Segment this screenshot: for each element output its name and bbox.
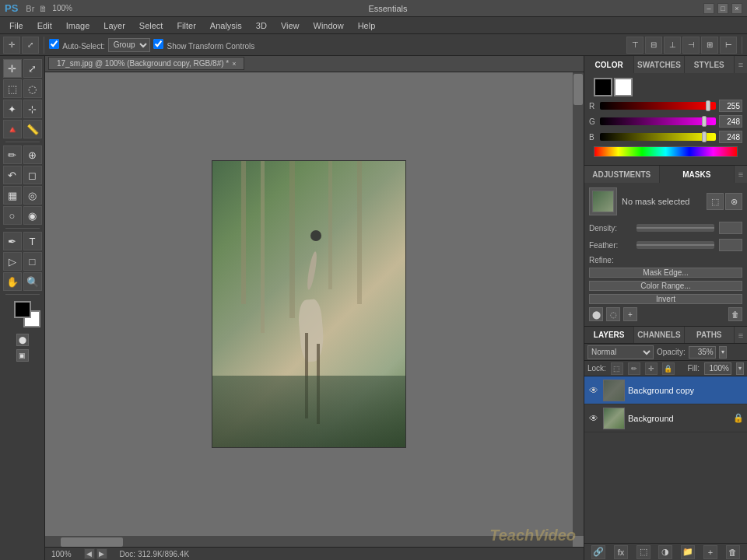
auto-select-checkbox[interactable] [49, 39, 59, 49]
lock-position-button[interactable]: ✛ [645, 362, 658, 375]
horizontal-scrollbar[interactable] [45, 536, 573, 547]
tab-swatches[interactable]: SWATCHES [634, 56, 684, 73]
artboard-tool-icon[interactable]: ⤢ [23, 59, 42, 78]
density-value[interactable] [719, 222, 742, 234]
tab-masks[interactable]: MASKS [660, 166, 735, 183]
color-spectrum-strip[interactable] [594, 146, 738, 157]
screen-mode-icon[interactable]: ▣ [16, 349, 29, 362]
align-vcenter-button[interactable]: ⊟ [645, 37, 662, 54]
layer-new-button[interactable]: + [703, 545, 717, 559]
lock-pixels-button[interactable]: ✏ [628, 362, 640, 375]
align-top-button[interactable]: ⊤ [626, 37, 644, 54]
blur-tool-icon[interactable]: ◎ [23, 186, 42, 205]
magic-wand-icon[interactable]: ✦ [3, 100, 22, 118]
adj-panel-menu-icon[interactable]: ≡ [735, 166, 747, 183]
lock-all-button[interactable]: 🔒 [662, 362, 675, 375]
layers-panel-menu-icon[interactable]: ≡ [735, 327, 747, 343]
br-icon[interactable]: Br [26, 4, 34, 13]
layer-item-background-copy[interactable]: 👁 Background copy [584, 376, 747, 404]
layer-group-button[interactable]: 📁 [681, 545, 695, 559]
layer-fx-button[interactable]: fx [614, 545, 628, 559]
menu-select[interactable]: Select [133, 19, 170, 32]
move-tool-icon[interactable]: ✛ [3, 59, 22, 78]
tab-paths[interactable]: PATHS [685, 327, 735, 343]
layer-visibility-background[interactable]: 👁 [587, 412, 600, 425]
b-slider[interactable] [600, 133, 716, 141]
menu-file[interactable]: File [3, 19, 30, 32]
path-select-icon[interactable]: ▷ [3, 252, 22, 271]
doc-tab-close[interactable]: × [232, 60, 236, 68]
color-range-button[interactable]: Color Range... [589, 281, 742, 291]
lasso-tool-icon[interactable]: ◌ [23, 79, 42, 98]
add-vector-mask-button[interactable]: ⊗ [725, 193, 742, 210]
menu-analysis[interactable]: Analysis [204, 19, 248, 32]
blend-mode-dropdown[interactable]: Normal Multiply Screen Overlay [587, 345, 654, 359]
nav-prev-button[interactable]: ◀ [84, 548, 95, 559]
fill-arrow-button[interactable]: ▾ [736, 362, 744, 375]
color-panel-menu-icon[interactable]: ≡ [735, 56, 747, 73]
adj-icon-3[interactable]: + [623, 307, 637, 321]
adj-trash-icon[interactable]: 🗑 [728, 307, 742, 321]
transform-controls-checkbox[interactable] [153, 39, 163, 49]
brush-tool-icon[interactable]: ✏ [3, 145, 22, 164]
lock-transparent-button[interactable]: ⬚ [611, 362, 623, 375]
tab-layers[interactable]: LAYERS [584, 327, 634, 343]
clone-tool-icon[interactable]: ⊕ [23, 145, 42, 164]
tab-color[interactable]: COLOR [584, 56, 634, 73]
adj-icon-2[interactable]: ◌ [606, 307, 620, 321]
fill-input[interactable] [704, 362, 731, 375]
r-slider[interactable] [600, 102, 716, 110]
type-tool-icon[interactable]: T [23, 232, 42, 250]
invert-button[interactable]: Invert [589, 294, 742, 304]
feather-value[interactable] [719, 239, 742, 251]
bg-swatch[interactable] [614, 78, 633, 96]
burn-tool-icon[interactable]: ◉ [23, 206, 42, 225]
adj-icon-1[interactable]: ⬤ [589, 307, 603, 321]
eyedropper-icon[interactable]: 🔺 [3, 120, 22, 138]
density-slider[interactable] [637, 224, 714, 232]
menu-view[interactable]: View [275, 19, 306, 32]
tab-channels[interactable]: CHANNELS [634, 327, 684, 343]
pen-tool-icon[interactable]: ✒ [3, 232, 22, 250]
ruler-icon[interactable]: 📏 [23, 120, 42, 138]
b-value[interactable] [719, 131, 742, 143]
maximize-button[interactable]: □ [717, 3, 728, 14]
tab-adjustments[interactable]: ADJUSTMENTS [584, 166, 660, 183]
fg-swatch[interactable] [594, 78, 612, 96]
auto-select-dropdown[interactable]: Group Layer [108, 38, 150, 52]
zoom-tool-icon[interactable]: 🔍 [23, 272, 42, 291]
layer-adjustment-button[interactable]: ◑ [658, 545, 672, 559]
gradient-tool-icon[interactable]: ▦ [3, 186, 22, 205]
add-pixel-mask-button[interactable]: ⬚ [707, 193, 724, 210]
shape-tool-icon[interactable]: □ [23, 252, 42, 271]
layer-link-button[interactable]: 🔗 [591, 545, 605, 559]
hand-tool-icon[interactable]: ✋ [3, 272, 22, 291]
g-value[interactable] [719, 115, 742, 128]
opacity-arrow-button[interactable]: ▾ [719, 346, 727, 359]
essentials-label[interactable]: Essentials [368, 4, 407, 13]
g-slider[interactable] [600, 117, 716, 125]
quick-mask-icon[interactable]: ⬤ [16, 334, 29, 346]
close-button[interactable]: × [731, 3, 742, 14]
eraser-tool-icon[interactable]: ◻ [23, 166, 42, 184]
menu-3d[interactable]: 3D [250, 19, 273, 32]
move-tool-button[interactable]: ✛ [3, 37, 20, 54]
menu-edit[interactable]: Edit [31, 19, 58, 32]
transform-tool-button[interactable]: ⤢ [22, 37, 39, 54]
layer-item-background[interactable]: 👁 Background 🔒 [584, 404, 747, 432]
vertical-scrollbar[interactable] [573, 72, 584, 536]
align-hcenter-button[interactable]: ⊞ [701, 37, 718, 54]
mask-edge-button[interactable]: Mask Edge... [589, 268, 742, 278]
align-right-button[interactable]: ⊢ [720, 37, 737, 54]
menu-window[interactable]: Window [307, 19, 350, 32]
quick-mask-btn[interactable]: ⬤ [16, 332, 29, 346]
opacity-input[interactable] [689, 346, 716, 359]
feather-slider[interactable] [637, 241, 714, 249]
file-icon[interactable]: 🗎 [39, 4, 47, 13]
menu-filter[interactable]: Filter [170, 19, 202, 32]
menu-image[interactable]: Image [60, 19, 96, 32]
r-value[interactable] [719, 100, 742, 112]
doc-tab[interactable]: 17_sm.jpg @ 100% (Background copy, RGB/8… [48, 57, 244, 70]
dodge-tool-icon[interactable]: ○ [3, 206, 22, 225]
align-bottom-button[interactable]: ⊥ [664, 37, 681, 54]
